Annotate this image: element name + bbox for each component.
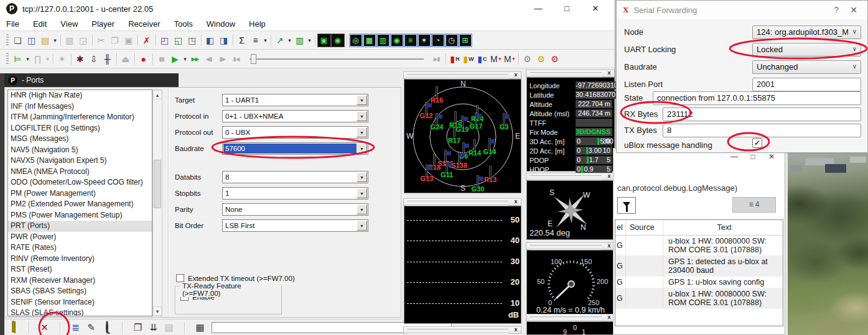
- help-button[interactable]: ?: [834, 5, 839, 15]
- gnss-config-2-button[interactable]: ⚙: [534, 52, 548, 66]
- world-map-button[interactable]: ◉: [390, 34, 404, 47]
- skip-to-start-button[interactable]: ▮◀: [230, 52, 243, 66]
- console-view-button[interactable]: ▣: [317, 34, 331, 47]
- close-icon[interactable]: x: [512, 71, 520, 78]
- save-file-button[interactable]: ◫: [25, 34, 39, 47]
- close-icon[interactable]: x: [605, 173, 613, 179]
- clear-file-button[interactable]: ✗: [140, 34, 154, 47]
- menu-item[interactable]: Tools: [174, 19, 192, 29]
- open-file-dropdown[interactable]: ▾: [52, 34, 58, 47]
- gnss-config-3-button[interactable]: ⚙: [548, 52, 562, 66]
- message-list-item[interactable]: PRT (Ports): [8, 221, 152, 232]
- message-list-item[interactable]: SBAS (SBAS Settings): [8, 286, 152, 297]
- message-list-item[interactable]: NAV5 (Navigation 5): [8, 145, 152, 156]
- close-icon[interactable]: x: [512, 198, 520, 204]
- custom-poll-button[interactable]: [99, 320, 114, 334]
- config-combobox[interactable]: 0 - UBX ▼: [222, 126, 368, 139]
- close-button[interactable]: ✕: [762, 152, 781, 161]
- receiver-configuration-button[interactable]: ╫: [101, 52, 114, 66]
- tx-bytes-field[interactable]: 8: [663, 124, 861, 137]
- close-icon[interactable]: x: [605, 314, 613, 320]
- config-combobox[interactable]: 0+1 - UBX+NMEA ▼: [222, 110, 368, 122]
- message-list-item[interactable]: SENIF (Sensor Interface): [8, 297, 152, 308]
- log-row[interactable]: G GPS 1: u-blox saving config: [615, 277, 783, 288]
- hex-view-button[interactable]: ▦: [192, 320, 208, 334]
- split-horizontal-button[interactable]: ◧: [203, 34, 217, 47]
- log-row[interactable]: G u-blox 1 HW: 00080000 SW: ROM CORE 3.0…: [615, 288, 783, 309]
- row-count-button[interactable]: ≡ 4: [732, 197, 776, 213]
- message-list-item[interactable]: RINV (Remote Inventory): [8, 254, 152, 265]
- menu-item[interactable]: File: [6, 19, 19, 29]
- close-button[interactable]: ✕: [850, 5, 857, 15]
- cold-start-button[interactable]: ▮C: [475, 52, 489, 66]
- clock-titlebar[interactable]: x: [526, 314, 615, 321]
- table-view-button[interactable]: ≡: [249, 34, 263, 47]
- menu-item[interactable]: Player: [91, 19, 114, 29]
- chart-view-dropdown[interactable]: ▾: [287, 34, 293, 47]
- pause-button[interactable]: ▮▮: [155, 52, 169, 66]
- close-icon[interactable]: x: [605, 70, 613, 76]
- docking-view-button[interactable]: ⊞: [459, 34, 472, 47]
- fast-forward-button[interactable]: ▶▶: [189, 52, 202, 66]
- message-list-item[interactable]: INF (Inf Messages): [8, 101, 152, 112]
- log-file-date-button[interactable]: ◱: [172, 34, 185, 47]
- menu-item[interactable]: View: [60, 19, 78, 29]
- step-back-button[interactable]: ◀▮: [202, 52, 216, 66]
- open-file-button[interactable]: ▤: [39, 34, 52, 47]
- play-dropdown[interactable]: ▾: [182, 52, 189, 66]
- histogram-view-dropdown[interactable]: ▾: [307, 34, 313, 47]
- compass-view-button[interactable]: ✶: [418, 34, 431, 47]
- message-list-item[interactable]: PM2 (Extended Power Management): [8, 199, 152, 210]
- field-control[interactable]: Unchanged ∨: [752, 60, 861, 74]
- message-list-item[interactable]: RXM (Receiver Manager): [8, 275, 152, 287]
- config-combobox[interactable]: 8 ▼: [222, 171, 368, 183]
- message-list-item[interactable]: RST (Reset): [8, 264, 152, 275]
- ublox-handling-checkbox[interactable]: ✓: [752, 138, 762, 148]
- copy-button[interactable]: ❐: [108, 34, 122, 47]
- firmware-update-button[interactable]: ⇩: [87, 52, 101, 66]
- poll-message-button[interactable]: ≣: [68, 320, 83, 334]
- eject-button[interactable]: ⏏: [119, 52, 133, 66]
- config-combobox[interactable]: 1 ▼: [222, 187, 368, 200]
- message-list-item[interactable]: NAVX5 (Navigation Expert 5): [8, 155, 152, 167]
- warm-start-button[interactable]: ▮W: [462, 52, 475, 66]
- gnss-config-1-button[interactable]: ⚙: [521, 52, 534, 66]
- field-control[interactable]: 2001: [752, 78, 861, 91]
- skip-to-end-button[interactable]: ▶▮: [430, 52, 444, 66]
- message-list-item[interactable]: PWR (Power): [8, 232, 152, 243]
- rx-bytes-field[interactable]: 231112: [663, 108, 861, 121]
- message-list-item[interactable]: PM (Power Management): [8, 188, 152, 200]
- config-combobox[interactable]: 1 - UART1 ▼: [222, 94, 368, 106]
- meter-view-button[interactable]: ◔: [431, 34, 445, 47]
- speedometer-titlebar[interactable]: x: [526, 242, 615, 250]
- menu-item[interactable]: Edit: [33, 19, 47, 29]
- compass-titlebar[interactable]: x: [526, 173, 615, 180]
- delete-message-button[interactable]: ✕: [37, 320, 52, 334]
- log-file-text-button[interactable]: ◳: [185, 34, 199, 47]
- playback-position-slider[interactable]: [250, 53, 424, 65]
- sky-view-button[interactable]: ◎: [349, 34, 363, 47]
- record-button[interactable]: ●: [137, 52, 151, 66]
- paste-message-button[interactable]: ⇊: [146, 320, 161, 334]
- hidden-panel-titlebar[interactable]: x: [403, 326, 521, 334]
- message-list-item[interactable]: NMEA (NMEA Protocol): [8, 167, 152, 178]
- message-list-item[interactable]: SLAS (SLAS settings): [8, 308, 152, 316]
- data-view-button[interactable]: ≡: [404, 34, 418, 47]
- print-preview-button[interactable]: ◲: [77, 34, 90, 47]
- config-combobox[interactable]: None ▼: [222, 203, 368, 216]
- new-file-button[interactable]: ❏: [11, 34, 25, 47]
- ports-window-titlebar[interactable]: P - Ports: [4, 73, 179, 87]
- maximize-button[interactable]: □: [553, 0, 581, 17]
- column-header-level[interactable]: el: [615, 220, 626, 235]
- column-header-source[interactable]: Source: [626, 220, 663, 235]
- field-control[interactable]: Locked ∨: [752, 43, 861, 57]
- cut-button[interactable]: ✂: [95, 34, 108, 47]
- message-list-item[interactable]: RATE (Rates): [8, 242, 152, 254]
- column-header-text[interactable]: Text: [663, 222, 783, 233]
- play-button[interactable]: ▶: [169, 52, 182, 66]
- autobauding-button[interactable]: ✶: [55, 52, 69, 66]
- connect-dropdown[interactable]: ▾: [25, 52, 31, 66]
- close-icon[interactable]: x: [605, 242, 613, 249]
- split-vertical-button[interactable]: ◨: [217, 34, 231, 47]
- field-control[interactable]: 124: org.ardupilot.f303_MatekGP: ∨: [752, 25, 861, 39]
